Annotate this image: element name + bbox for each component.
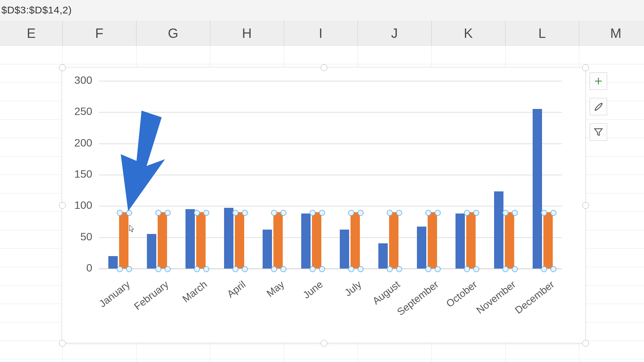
- data-point-handle[interactable]: [194, 266, 200, 272]
- column-header-L[interactable]: L: [505, 21, 579, 46]
- bar-series1[interactable]: [147, 234, 156, 268]
- bar-series2[interactable]: [158, 212, 167, 268]
- data-point-handle[interactable]: [358, 210, 364, 216]
- data-point-handle[interactable]: [502, 210, 508, 216]
- column-header-K[interactable]: K: [431, 21, 505, 46]
- data-point-handle[interactable]: [165, 210, 171, 216]
- bar-series1[interactable]: [494, 191, 503, 268]
- selection-handle[interactable]: [321, 64, 327, 71]
- column-header-row: EFGHIJKLM: [0, 21, 644, 46]
- data-point-handle[interactable]: [358, 266, 364, 272]
- selection-handle[interactable]: [59, 340, 66, 347]
- data-point-handle[interactable]: [319, 266, 325, 272]
- data-point-handle[interactable]: [435, 210, 441, 216]
- data-point-handle[interactable]: [464, 210, 470, 216]
- bar-series2[interactable]: [543, 212, 553, 268]
- data-point-handle[interactable]: [232, 266, 238, 272]
- bar-series2[interactable]: [466, 212, 476, 268]
- data-point-handle[interactable]: [396, 266, 402, 272]
- data-point-handle[interactable]: [541, 210, 547, 216]
- plus-icon: [593, 76, 603, 86]
- data-point-handle[interactable]: [541, 266, 547, 272]
- data-point-handle[interactable]: [155, 210, 161, 216]
- gridline-horizontal: [0, 46, 644, 46]
- data-point-handle[interactable]: [232, 210, 238, 216]
- data-point-handle[interactable]: [425, 210, 431, 216]
- column-header-I[interactable]: I: [284, 21, 358, 46]
- bar-series1[interactable]: [263, 230, 272, 268]
- bar-series1[interactable]: [301, 214, 311, 268]
- data-point-handle[interactable]: [117, 210, 123, 216]
- data-point-handle[interactable]: [387, 210, 393, 216]
- data-point-handle[interactable]: [425, 266, 431, 272]
- selection-handle[interactable]: [582, 64, 589, 71]
- data-point-handle[interactable]: [550, 210, 556, 216]
- selection-handle[interactable]: [59, 202, 66, 209]
- data-point-handle[interactable]: [280, 210, 286, 216]
- selection-handle[interactable]: [59, 64, 66, 71]
- column-header-J[interactable]: J: [358, 21, 432, 46]
- bar-series1[interactable]: [533, 109, 542, 268]
- data-point-handle[interactable]: [387, 266, 393, 272]
- bar-series1[interactable]: [185, 209, 195, 268]
- bar-series2[interactable]: [505, 212, 514, 268]
- data-point-handle[interactable]: [473, 266, 479, 272]
- bar-series2[interactable]: [235, 212, 244, 268]
- bar-series2[interactable]: [119, 212, 128, 268]
- column-header-E[interactable]: E: [0, 21, 63, 46]
- bar-series2[interactable]: [351, 212, 360, 268]
- bar-series1[interactable]: [340, 230, 349, 268]
- funnel-icon: [593, 127, 603, 137]
- data-point-handle[interactable]: [396, 210, 402, 216]
- data-point-handle[interactable]: [155, 266, 161, 272]
- data-point-handle[interactable]: [319, 210, 325, 216]
- selection-handle[interactable]: [582, 202, 589, 209]
- data-point-handle[interactable]: [242, 266, 248, 272]
- data-point-handle[interactable]: [310, 210, 316, 216]
- bar-series2[interactable]: [312, 212, 321, 268]
- chart-styles-button[interactable]: [590, 98, 607, 115]
- column-header-H[interactable]: H: [210, 21, 284, 46]
- data-point-handle[interactable]: [165, 266, 171, 272]
- embedded-chart[interactable]: 050100150200250300JanuaryFebruaryMarchAp…: [62, 67, 586, 343]
- selection-handle[interactable]: [582, 340, 589, 347]
- bar-series1[interactable]: [224, 208, 233, 268]
- column-header-G[interactable]: G: [136, 21, 210, 46]
- bar-series2[interactable]: [196, 212, 206, 268]
- data-point-handle[interactable]: [348, 266, 354, 272]
- chart-filters-button[interactable]: [590, 123, 607, 141]
- data-point-handle[interactable]: [203, 266, 209, 272]
- bar-series1[interactable]: [455, 214, 465, 268]
- data-point-handle[interactable]: [473, 210, 479, 216]
- chart-gridline: [99, 143, 562, 144]
- data-point-handle[interactable]: [512, 210, 518, 216]
- formula-bar[interactable]: $D$3:$D$14,2): [0, 0, 644, 21]
- column-header-F[interactable]: F: [62, 21, 137, 46]
- bar-series1[interactable]: [108, 256, 118, 268]
- data-point-handle[interactable]: [310, 266, 316, 272]
- data-point-handle[interactable]: [271, 210, 277, 216]
- bar-series1[interactable]: [378, 243, 388, 268]
- data-point-handle[interactable]: [194, 210, 200, 216]
- bar-series1[interactable]: [417, 227, 426, 268]
- bar-series2[interactable]: [389, 212, 398, 268]
- data-point-handle[interactable]: [550, 266, 556, 272]
- column-header-M[interactable]: M: [579, 21, 644, 46]
- bar-series2[interactable]: [428, 212, 437, 268]
- selection-handle[interactable]: [321, 340, 327, 347]
- data-point-handle[interactable]: [126, 266, 132, 272]
- plot-area[interactable]: 050100150200250300JanuaryFebruaryMarchAp…: [99, 81, 562, 268]
- data-point-handle[interactable]: [280, 266, 286, 272]
- data-point-handle[interactable]: [203, 210, 209, 216]
- data-point-handle[interactable]: [242, 210, 248, 216]
- data-point-handle[interactable]: [126, 210, 132, 216]
- data-point-handle[interactable]: [502, 266, 508, 272]
- data-point-handle[interactable]: [435, 266, 441, 272]
- bar-series2[interactable]: [273, 212, 283, 268]
- data-point-handle[interactable]: [271, 266, 277, 272]
- chart-elements-button[interactable]: [590, 72, 607, 90]
- data-point-handle[interactable]: [464, 266, 470, 272]
- data-point-handle[interactable]: [348, 210, 354, 216]
- data-point-handle[interactable]: [512, 266, 518, 272]
- data-point-handle[interactable]: [117, 266, 123, 272]
